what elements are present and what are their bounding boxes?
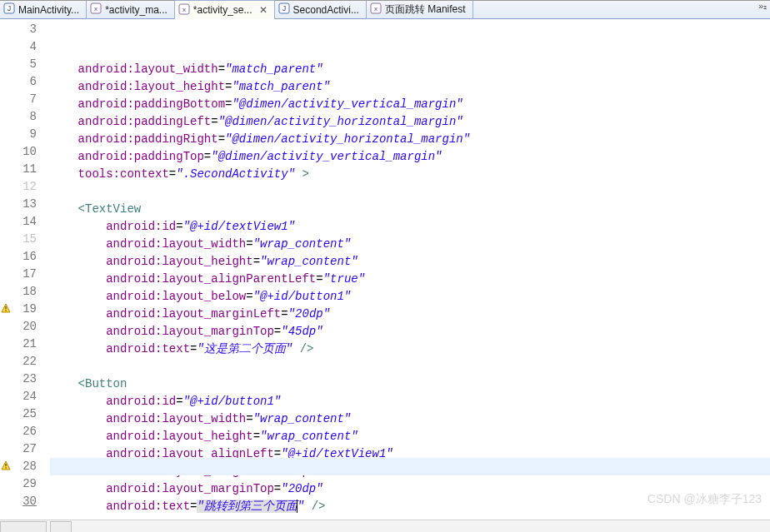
marker-slot — [0, 423, 12, 440]
line-number[interactable]: 18 — [12, 283, 40, 301]
code-line[interactable]: android:layout_height="wrap_content" — [50, 253, 770, 271]
marker-slot — [0, 493, 12, 510]
horizontal-scrollbar[interactable] — [0, 520, 770, 532]
editor-tab[interactable]: JSecondActivi... — [275, 1, 367, 19]
code-line[interactable]: android:layout_height="match_parent" — [50, 78, 770, 96]
code-line[interactable]: android:text="跳转到第三个页面" /> — [50, 498, 770, 515]
code-line[interactable]: android:paddingLeft="@dimen/activity_hor… — [50, 113, 770, 131]
line-number[interactable]: 19 — [12, 301, 40, 318]
code-line[interactable]: android:layout_height="wrap_content" — [50, 428, 770, 445]
editor-tab[interactable]: JMainActivity... — [0, 1, 87, 19]
line-number-gutter[interactable]: 3456789101112131415161718192021222324252… — [12, 19, 40, 520]
line-number[interactable]: 29 — [12, 475, 40, 493]
marker-slot — [0, 196, 12, 213]
line-number[interactable]: 4 — [12, 38, 40, 56]
code-line[interactable] — [50, 358, 770, 375]
code-line[interactable]: android:paddingTop="@dimen/activity_vert… — [50, 148, 770, 166]
line-number[interactable]: 24 — [12, 388, 40, 405]
editor-tab[interactable]: x页面跳转 Manifest — [367, 1, 473, 19]
marker-slot — [0, 370, 12, 388]
line-number[interactable]: 12 — [12, 178, 40, 196]
line-number[interactable]: 20 — [12, 318, 40, 336]
marker-slot — [0, 108, 12, 126]
marker-slot — [0, 440, 12, 458]
code-line[interactable]: android:layout_marginTop="20dp" — [50, 480, 770, 498]
line-number[interactable]: 28 — [12, 458, 40, 475]
line-number[interactable]: 6 — [12, 73, 40, 91]
xml-file-icon: x — [90, 2, 102, 17]
line-number[interactable]: 15 — [12, 231, 40, 248]
editor-tab[interactable]: x*activity_ma... — [87, 1, 175, 19]
marker-slot — [0, 126, 12, 143]
line-number[interactable]: 3 — [12, 21, 40, 38]
tab-label: MainActivity... — [18, 4, 79, 16]
line-number[interactable]: 7 — [12, 91, 40, 108]
line-number[interactable]: 16 — [12, 248, 40, 266]
scroll-thumb[interactable] — [50, 521, 72, 533]
code-line[interactable]: tools:context=".SecondActivity" > — [50, 166, 770, 183]
marker-slot — [0, 475, 12, 493]
tab-label: *activity_ma... — [105, 4, 168, 16]
marker-slot — [0, 143, 12, 161]
marker-slot — [0, 283, 12, 301]
line-number[interactable]: 17 — [12, 266, 40, 283]
scroll-thumb[interactable] — [0, 521, 47, 533]
line-number[interactable]: 8 — [12, 108, 40, 126]
tab-strip: JMainActivity...x*activity_ma...x*activi… — [0, 1, 770, 19]
line-number[interactable]: 27 — [12, 440, 40, 458]
code-line[interactable]: <Button — [50, 375, 770, 393]
code-line[interactable]: android:id="@+id/button1" — [50, 393, 770, 410]
svg-text:J: J — [282, 4, 286, 12]
code-line[interactable]: android:paddingBottom="@dimen/activity_v… — [50, 96, 770, 113]
line-number[interactable]: 30 — [12, 493, 40, 510]
code-line[interactable] — [50, 515, 770, 520]
line-number[interactable]: 21 — [12, 336, 40, 353]
xml-file-icon: x — [178, 3, 190, 17]
code-line[interactable]: android:text="这是第二个页面" /> — [50, 341, 770, 358]
line-number[interactable]: 9 — [12, 126, 40, 143]
line-number[interactable]: 23 — [12, 370, 40, 388]
marker-slot — [0, 91, 12, 108]
tab-overflow-icon[interactable]: »₂ — [758, 1, 767, 12]
svg-text:J: J — [8, 4, 12, 12]
code-line[interactable]: android:id="@+id/textView1" — [50, 218, 770, 236]
marker-slot — [0, 248, 12, 266]
warning-icon[interactable] — [1, 460, 11, 474]
code-line[interactable]: android:layout_marginLeft="20dp" — [50, 306, 770, 323]
line-number[interactable]: 5 — [12, 56, 40, 73]
code-line[interactable]: android:layout_width="wrap_content" — [50, 236, 770, 253]
marker-slot — [0, 73, 12, 91]
svg-rect-11 — [5, 310, 6, 311]
marker-slot — [0, 38, 12, 56]
code-line[interactable]: android:layout_marginTop="45dp" — [50, 323, 770, 341]
line-number[interactable]: 11 — [12, 161, 40, 178]
code-line[interactable]: android:paddingRight="@dimen/activity_ho… — [50, 131, 770, 148]
tab-label: SecondActivi... — [293, 4, 359, 16]
line-number[interactable]: 22 — [12, 353, 40, 370]
code-line[interactable] — [50, 183, 770, 201]
line-number[interactable]: 25 — [12, 405, 40, 423]
code-editor[interactable]: 3456789101112131415161718192021222324252… — [0, 19, 770, 520]
line-number[interactable]: 14 — [12, 213, 40, 231]
line-number[interactable]: 26 — [12, 423, 40, 440]
code-area[interactable]: android:layout_width="match_parent" andr… — [50, 19, 770, 520]
code-line[interactable]: <TextView — [50, 201, 770, 218]
line-number[interactable]: 10 — [12, 143, 40, 161]
marker-slot — [0, 56, 12, 73]
code-line[interactable]: android:layout_width="match_parent" — [50, 61, 770, 78]
current-line-highlight — [50, 458, 770, 475]
close-icon[interactable]: ✕ — [259, 4, 268, 16]
line-number[interactable]: 13 — [12, 196, 40, 213]
code-line[interactable]: android:layout_below="@+id/button1" — [50, 288, 770, 306]
warning-icon[interactable] — [1, 303, 11, 316]
editor-tab[interactable]: x*activity_se...✕ — [175, 0, 275, 19]
svg-rect-12 — [5, 464, 6, 466]
code-line[interactable]: android:layout_alignParentLeft="true" — [50, 271, 770, 288]
marker-slot — [0, 178, 12, 196]
marker-slot — [0, 266, 12, 283]
tab-label: *activity_se... — [193, 4, 252, 16]
svg-text:x: x — [374, 5, 378, 12]
code-line[interactable]: android:layout_width="wrap_content" — [50, 410, 770, 428]
editor-frame: JMainActivity...x*activity_ma...x*activi… — [0, 0, 770, 532]
marker-slot — [0, 405, 12, 423]
